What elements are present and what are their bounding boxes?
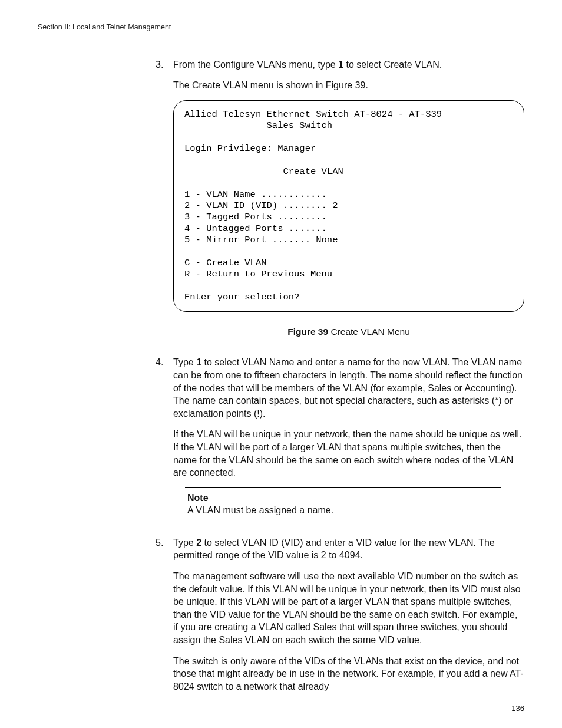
step-4: 4. Type 1 to select VLAN Name and enter …: [156, 356, 524, 522]
paragraph: From the Configure VLANs menu, type 1 to…: [173, 58, 524, 71]
note-body: A VLAN must be assigned a name.: [185, 505, 333, 515]
bold-text: 1: [338, 60, 343, 70]
terminal-line: 1 - VLAN Name ............: [184, 189, 327, 200]
terminal-line: Create VLAN: [184, 166, 343, 177]
content-column: 3. From the Configure VLANs menu, type 1…: [156, 58, 524, 693]
terminal-line: Login Privilege: Manager: [184, 143, 316, 154]
step-number: 5.: [156, 536, 163, 549]
paragraph: Type 1 to select VLAN Name and enter a n…: [173, 356, 524, 420]
step-5: 5. Type 2 to select VLAN ID (VID) and en…: [156, 536, 524, 693]
figure-label-text: Create VLAN Menu: [328, 327, 410, 337]
terminal-line: 2 - VLAN ID (VID) ........ 2: [184, 200, 338, 211]
bold-text: 1: [196, 357, 201, 367]
running-header: Section II: Local and Telnet Management: [38, 22, 524, 32]
terminal-line: 3 - Tagged Ports .........: [184, 212, 327, 222]
paragraph: The management software will use the nex…: [173, 570, 524, 647]
terminal-line: R - Return to Previous Menu: [184, 269, 332, 279]
paragraph: The Create VLAN menu is shown in Figure …: [173, 79, 524, 92]
text: to select VLAN ID (VID) and enter a VID …: [173, 538, 495, 561]
terminal-screen: Allied Telesyn Ethernet Switch AT-8024 -…: [173, 100, 524, 312]
text: to select Create VLAN.: [343, 60, 442, 70]
document-page: Section II: Local and Telnet Management …: [0, 0, 562, 728]
text: Type: [173, 357, 196, 367]
terminal-line: C - Create VLAN: [184, 258, 267, 268]
step-3: 3. From the Configure VLANs menu, type 1…: [156, 58, 524, 338]
figure-caption: Figure 39 Create VLAN Menu: [173, 326, 524, 338]
note-label: Note: [185, 492, 501, 505]
terminal-line: 4 - Untagged Ports .......: [184, 223, 327, 234]
step-number: 3.: [156, 58, 163, 71]
bold-text: 2: [196, 538, 201, 548]
text: From the Configure VLANs menu, type: [173, 60, 338, 70]
steps-list: 3. From the Configure VLANs menu, type 1…: [156, 58, 524, 693]
text: to select VLAN Name and enter a name for…: [173, 357, 523, 418]
terminal-line: 5 - Mirror Port ....... None: [184, 235, 338, 245]
terminal-line: Allied Telesyn Ethernet Switch AT-8024 -…: [184, 109, 442, 120]
terminal-line: Enter your selection?: [184, 292, 299, 302]
paragraph: The switch is only aware of the VIDs of …: [173, 655, 524, 693]
note-box: Note A VLAN must be assigned a name.: [185, 487, 501, 522]
figure-label-bold: Figure 39: [287, 327, 328, 337]
paragraph: If the VLAN will be unique in your netwo…: [173, 428, 524, 479]
text: Type: [173, 538, 196, 548]
paragraph: Type 2 to select VLAN ID (VID) and enter…: [173, 536, 524, 562]
step-number: 4.: [156, 356, 163, 369]
terminal-line: Sales Switch: [184, 120, 332, 131]
page-number: 136: [511, 703, 524, 714]
